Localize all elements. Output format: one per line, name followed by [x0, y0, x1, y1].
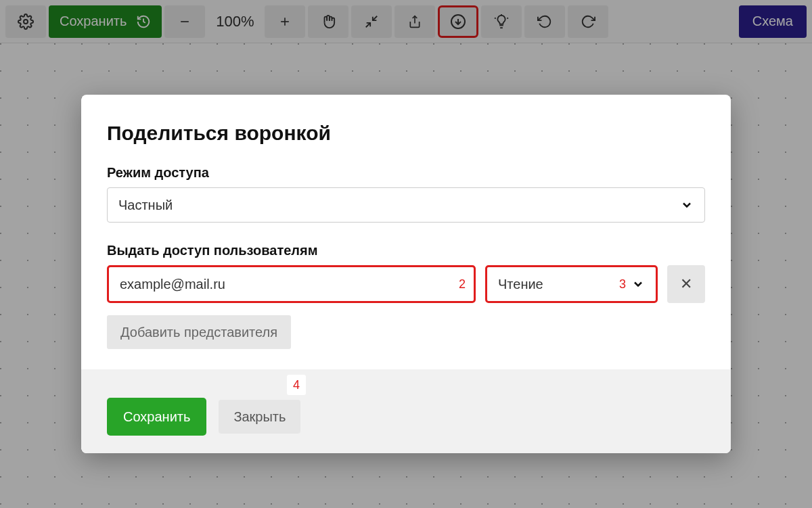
- modal-footer: 4 Сохранить Закрыть: [81, 369, 731, 453]
- grant-users-label: Выдать доступ пользователям: [107, 243, 705, 258]
- permission-select[interactable]: Чтение 3: [485, 265, 658, 303]
- add-representative-label: Добавить представителя: [120, 325, 277, 340]
- modal-close-label: Закрыть: [233, 409, 286, 424]
- access-mode-label: Режим доступа: [107, 165, 705, 181]
- annotation-3: 3: [619, 277, 626, 292]
- add-representative-button[interactable]: Добавить представителя: [107, 315, 291, 349]
- chevron-down-icon: [631, 277, 645, 291]
- share-funnel-modal: Поделиться воронкой Режим доступа Частны…: [81, 95, 731, 453]
- modal-body: Поделиться воронкой Режим доступа Частны…: [81, 95, 731, 369]
- modal-close-button[interactable]: Закрыть: [219, 400, 300, 434]
- annotation-4: 4: [287, 375, 306, 395]
- annotation-2: 2: [459, 277, 466, 292]
- email-input[interactable]: example@mail.ru 2: [107, 265, 476, 303]
- modal-save-label: Сохранить: [123, 409, 190, 424]
- user-row: example@mail.ru 2 Чтение 3 ✕: [107, 265, 705, 303]
- access-mode-select[interactable]: Частный: [107, 187, 705, 223]
- remove-user-button[interactable]: ✕: [667, 265, 705, 303]
- chevron-down-icon: [680, 198, 694, 212]
- access-mode-value: Частный: [118, 198, 173, 213]
- email-value: example@mail.ru: [120, 277, 225, 292]
- permission-value: Чтение: [498, 277, 543, 292]
- close-icon: ✕: [680, 275, 692, 292]
- modal-save-button[interactable]: Сохранить: [107, 398, 206, 436]
- modal-title: Поделиться воронкой: [107, 122, 705, 145]
